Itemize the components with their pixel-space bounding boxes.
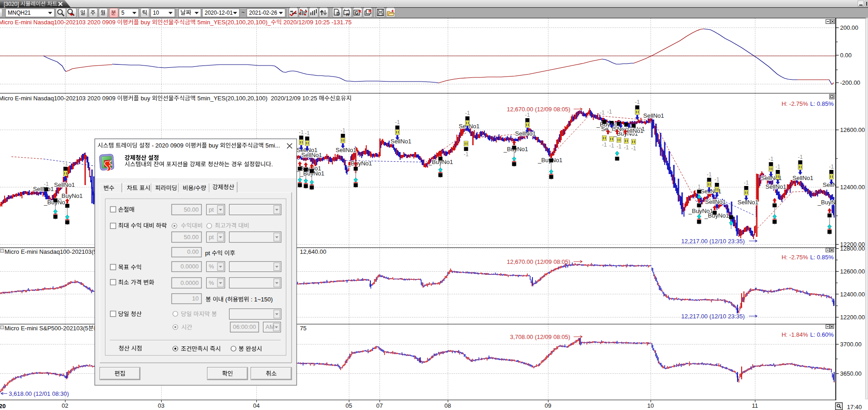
svg-text:L: 0.85%: L: 0.85% [810,100,834,107]
svg-text:-1: -1 [63,160,68,167]
svg-text:(: ( [224,296,228,303]
svg-text:12400.00: 12400.00 [840,184,865,191]
svg-text:3,708.00 (12/09 08:05): 3,708.00 (12/09 08:05) [510,333,570,340]
svg-text:5mi...: 5mi... [264,142,280,149]
svg-text:buy: buy [139,95,152,102]
svg-text:SellNo1: SellNo1 [336,147,357,153]
svg-text:3,618.00 (12/01 08:30): 3,618.00 (12/01 08:30) [9,390,69,397]
svg-text:1: 1 [698,184,701,190]
svg-text:2021-02-26: 2021-02-26 [249,10,277,16]
svg-text:: 1~150): : 1~150) [249,296,273,303]
svg-text:-1: -1 [395,119,400,126]
svg-text:-1: -1 [635,99,640,105]
svg-text:-1: -1 [465,110,470,116]
svg-text:5: 5 [121,10,125,16]
svg-text:-1: -1 [464,151,469,158]
svg-text:pt: pt [209,206,214,213]
svg-text:12,217.00 (12/10 23:35): 12,217.00 (12/10 23:35) [681,313,745,320]
svg-text:20: 20 [0,403,5,410]
svg-text:0.0000: 0.0000 [180,263,199,270]
svg-text:3650.00: 3650.00 [840,370,862,377]
svg-text:09: 09 [545,402,551,409]
svg-text:pt: pt [205,250,212,257]
svg-text:12200.00: 12200.00 [840,314,865,321]
svg-text:/: / [194,185,195,191]
svg-text:12,670.00 (12/09 08:05): 12,670.00 (12/09 08:05) [507,258,570,265]
svg-text:G: G [355,11,358,16]
svg-text:SellNo1: SellNo1 [705,198,726,205]
svg-text:SellNo1: SellNo1 [391,138,412,145]
svg-text:-1: -1 [707,171,712,178]
svg-text:03: 03 [158,402,164,409]
svg-text:-1: -1 [624,144,629,151]
svg-text:-1: -1 [44,181,49,187]
svg-text:%: % [209,263,214,270]
svg-text:12,217.00 (12/10 23:35): 12,217.00 (12/10 23:35) [681,238,745,245]
svg-text:D: D [336,11,340,16]
svg-text:R: R [358,9,362,14]
svg-text:-1: -1 [798,154,803,160]
svg-text:08: 08 [445,402,451,409]
svg-text:_BuyNo1: _BuyNo1 [347,160,372,167]
svg-text:12,640.00: 12,640.00 [300,248,326,255]
svg-text:11: 11 [752,402,758,409]
svg-text:SellNo1: SellNo1 [301,152,322,159]
svg-text:buy: buy [139,19,152,26]
svg-text:Micro E-mini Nasdaq100-202103: Micro E-mini Nasdaq100-202103 2020 0909 [0,95,117,102]
svg-text:50.00: 50.00 [184,206,199,213]
svg-text:H: -2.75%: H: -2.75% [781,100,808,107]
svg-text:L: 0.85%: L: 0.85% [810,254,834,261]
svg-text:SellNo1: SellNo1 [792,175,814,181]
svg-text:5min_YES(20,100,20,100)_: 5min_YES(20,100,20,100)_ [195,19,271,26]
svg-text:Micro E-mini Nasdaq100-202103(: Micro E-mini Nasdaq100-202103(5 [5,248,97,255]
svg-text:2020/12/09 10:25 -131.75: 2020/12/09 10:25 -131.75 [282,19,352,26]
svg-text:-1: -1 [617,143,622,150]
svg-text:10: 10 [647,402,654,409]
svg-text:04: 04 [253,402,260,409]
svg-text:05: 05 [346,402,352,409]
svg-text:0.0000: 0.0000 [180,279,199,286]
svg-text:-1: -1 [769,156,774,162]
svg-text:_BuyNo1: _BuyNo1 [58,192,82,199]
svg-text:H: -2.75%: H: -2.75% [781,254,808,261]
svg-text:10: 10 [153,10,159,16]
svg-text:.: . [271,161,273,168]
svg-text:-1: -1 [600,109,605,116]
svg-text:-1: -1 [602,142,607,148]
svg-text:SellNo1: SellNo1 [515,130,536,137]
svg-text:12400.00: 12400.00 [840,291,865,298]
svg-text:-1: -1 [341,127,346,134]
svg-text:50.00: 50.00 [184,234,199,241]
svg-text:~: ~ [241,9,245,16]
svg-text:0.00: 0.00 [840,52,852,59]
svg-text:12600.00: 12600.00 [840,126,865,133]
svg-text:R: R [369,9,372,14]
svg-text:12,670.00 (12/09 08:05): 12,670.00 (12/09 08:05) [507,106,570,113]
svg-text:L: 0.60%: L: 0.60% [810,331,834,338]
svg-text:-1: -1 [829,164,834,170]
svg-text:SellNo1: SellNo1 [643,112,664,119]
svg-text:H: -1.84%: H: -1.84% [781,331,808,338]
svg-text:-1: -1 [776,164,781,170]
svg-text:[3020]: [3020] [4,1,21,7]
svg-text:%: % [209,279,214,286]
svg-text:2020-12-01: 2020-12-01 [205,10,233,16]
svg-text:-1: -1 [631,145,636,152]
svg-text:R: R [346,12,349,17]
svg-text:200.00: 200.00 [840,24,858,31]
svg-text:07: 07 [376,402,383,409]
svg-text:Micro E-mini Nasdaq100-202103: Micro E-mini Nasdaq100-202103 2020 0909 [0,19,117,26]
svg-text:-1: -1 [305,130,310,137]
svg-text:-1: -1 [744,180,749,186]
svg-text:-1: -1 [607,109,612,115]
svg-text:06:00:00: 06:00:00 [233,323,256,330]
svg-text:3700.00: 3700.00 [840,341,862,348]
svg-text:AM: AM [266,323,275,330]
svg-text:pt: pt [209,234,214,241]
svg-text:75: 75 [300,325,306,332]
svg-text:SellNo1: SellNo1 [765,183,787,190]
svg-text:0.00: 0.00 [187,248,199,255]
svg-text:10: 10 [192,295,199,302]
svg-text:-1: -1 [525,112,530,118]
svg-text:- 2020 0909: - 2020 0909 [150,142,185,149]
